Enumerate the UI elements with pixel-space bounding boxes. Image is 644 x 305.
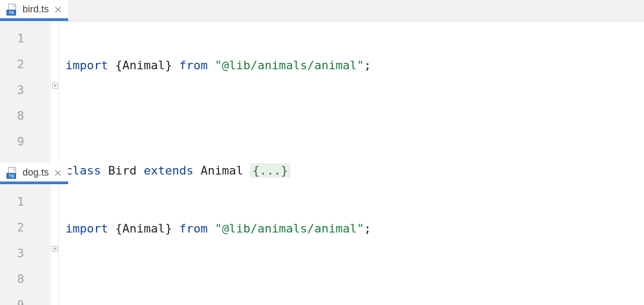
brace-open: { bbox=[115, 222, 122, 235]
code-line: import {Animal} from "@lib/animals/anima… bbox=[65, 216, 644, 242]
identifier-animal: Animal bbox=[122, 222, 165, 235]
file-tab-dog[interactable]: TS dog.ts bbox=[0, 163, 68, 184]
folded-region[interactable]: {...} bbox=[250, 163, 290, 178]
file-tab-label: bird.ts bbox=[23, 4, 49, 15]
string-literal: "@lib/animals/animal" bbox=[215, 59, 364, 72]
editor-pane-0: TS bird.ts 1 2 3 8 9 + import {Animal} f… bbox=[0, 0, 644, 161]
line-number: 9 bbox=[0, 129, 58, 155]
super-class-name: Animal bbox=[201, 164, 243, 177]
code-line: class Bird extends Animal {...} bbox=[65, 158, 644, 184]
close-icon[interactable] bbox=[53, 5, 63, 14]
typescript-file-icon: TS bbox=[6, 4, 18, 16]
line-number: 2 bbox=[0, 215, 58, 241]
fold-column: + bbox=[51, 185, 58, 305]
typescript-file-icon: TS bbox=[6, 167, 18, 179]
keyword-import: import bbox=[65, 59, 108, 72]
keyword-extends: extends bbox=[144, 164, 194, 177]
string-literal: "@lib/animals/animal" bbox=[215, 222, 364, 235]
line-number: 9 bbox=[0, 292, 58, 305]
file-tab-bird[interactable]: TS bird.ts bbox=[0, 0, 68, 21]
keyword-class: class bbox=[65, 164, 101, 177]
tab-bar: TS bird.ts bbox=[0, 0, 644, 21]
line-number: 3 bbox=[0, 241, 58, 266]
line-number: 1 bbox=[0, 189, 58, 215]
file-tab-label: dog.ts bbox=[23, 167, 49, 178]
brace-close: } bbox=[165, 222, 172, 235]
class-name: Bird bbox=[108, 164, 136, 177]
code-line-empty bbox=[65, 268, 644, 294]
line-number: 8 bbox=[0, 103, 58, 129]
semicolon: ; bbox=[364, 59, 371, 72]
keyword-from: from bbox=[179, 59, 208, 72]
code-line-empty bbox=[65, 105, 644, 131]
brace-close: } bbox=[165, 59, 172, 72]
semicolon: ; bbox=[364, 222, 371, 235]
brace-open: { bbox=[115, 59, 122, 72]
line-number-gutter: 1 2 3 8 9 + bbox=[0, 185, 59, 305]
code-editor[interactable]: 1 2 3 8 9 + import {Animal} from "@lib/a… bbox=[0, 185, 644, 305]
keyword-import: import bbox=[65, 222, 108, 235]
code-line: import {Animal} from "@lib/animals/anima… bbox=[65, 53, 644, 78]
line-number: 3 bbox=[0, 77, 58, 103]
fold-expand-icon[interactable]: + bbox=[52, 246, 58, 252]
file-icon-badge: TS bbox=[6, 10, 16, 16]
keyword-from: from bbox=[179, 222, 208, 235]
line-number: 1 bbox=[0, 26, 58, 52]
code-area[interactable]: import {Animal} from "@lib/animals/anima… bbox=[59, 185, 644, 305]
file-icon-badge: TS bbox=[6, 173, 16, 179]
line-number: 2 bbox=[0, 52, 58, 77]
fold-expand-icon[interactable]: + bbox=[52, 83, 58, 89]
close-icon[interactable] bbox=[53, 168, 63, 178]
identifier-animal: Animal bbox=[122, 59, 165, 72]
line-number: 8 bbox=[0, 266, 58, 292]
